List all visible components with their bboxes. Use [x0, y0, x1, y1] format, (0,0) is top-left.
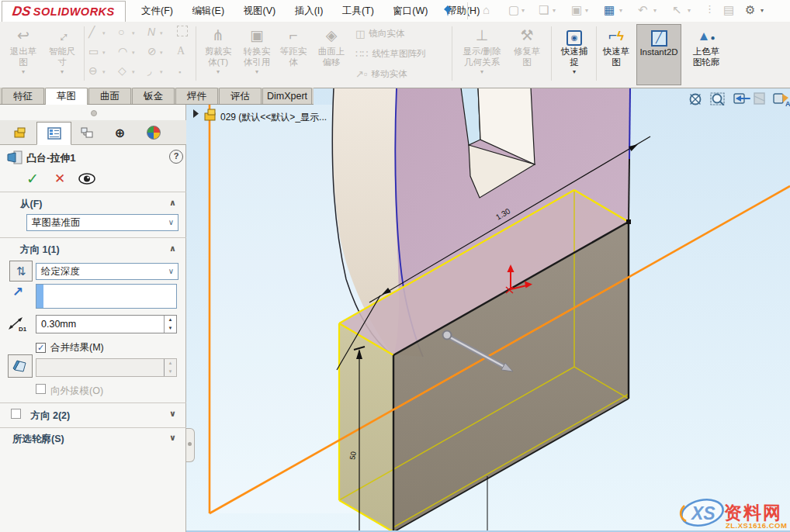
spinner-buttons[interactable]: ▲▼	[164, 316, 176, 333]
menu-window[interactable]: 窗口(W)	[385, 0, 435, 22]
repair-sketch-button[interactable]: ⚒ 修复草 图	[509, 24, 545, 85]
properties-button[interactable]: ▤	[723, 3, 734, 17]
toggle-pane-button[interactable]: ⋮	[705, 3, 715, 15]
home-button[interactable]: ⌂	[483, 3, 490, 16]
from-plane-select[interactable]: 草图基准面 ∨	[26, 214, 178, 231]
print-dropdown[interactable]: ▾	[619, 7, 622, 14]
rapid-sketch-button[interactable]: ⌐ϟ 快速草 图	[598, 24, 635, 85]
smart-dimension-button[interactable]: ↔ 智能尺 寸 ▾	[43, 24, 81, 85]
tab-features[interactable]: 特征	[2, 88, 44, 104]
dropdown-arrow-icon[interactable]: ▾	[217, 68, 220, 75]
slot-dropdown[interactable]: ▾	[102, 69, 106, 75]
depth-input[interactable]: 0.30mm ▲▼	[36, 315, 177, 333]
from-section-header[interactable]: 从(F)	[20, 198, 42, 211]
tab-evaluate[interactable]: 评估	[219, 88, 262, 104]
trim-entities-button[interactable]: ⋔ 剪裁实 体(T) ▾	[199, 24, 237, 85]
tab-sketch[interactable]: 草图	[45, 88, 88, 105]
spline-dropdown[interactable]: ▾	[160, 30, 163, 36]
undo-button[interactable]: ↶	[638, 3, 648, 17]
draft-button[interactable]	[8, 354, 33, 378]
slot-tool-icon[interactable]: ⊖	[88, 65, 98, 76]
direction2-checkbox[interactable]	[11, 409, 21, 419]
exit-sketch-button[interactable]: ↩ 退出草 图 ▾	[5, 24, 42, 85]
configurationmanager-tab[interactable]	[70, 122, 103, 143]
rectangle-dropdown[interactable]: ▾	[102, 50, 106, 56]
circle-dropdown[interactable]: ▾	[132, 30, 135, 36]
dimension-height-text[interactable]: 50	[348, 451, 358, 460]
menu-insert[interactable]: 插入(I)	[287, 0, 331, 22]
direction-reference-box[interactable]	[36, 284, 177, 309]
options-dropdown[interactable]: ▾	[761, 7, 764, 14]
open-file-dropdown[interactable]: ▾	[553, 7, 556, 14]
shaded-contours-button[interactable]: ▲● 上色草 图轮廓	[684, 24, 728, 85]
expand-chevron-icon[interactable]: ∨	[169, 433, 176, 443]
dropdown-arrow-icon[interactable]: ▾	[61, 68, 64, 75]
menu-tools[interactable]: 工具(T)	[334, 0, 382, 22]
direction1-section-header[interactable]: 方向 1(1)	[20, 244, 60, 257]
dropdown-arrow-icon[interactable]: ▾	[255, 68, 258, 75]
extrude-side-face[interactable]	[339, 323, 393, 532]
merge-checkbox[interactable]: ✓	[36, 343, 46, 353]
reverse-direction-button[interactable]: ⇅	[9, 261, 33, 282]
point-tool-icon[interactable]: ▪	[178, 67, 181, 78]
surface-offset-button[interactable]: ◈ 曲面上 偏移	[312, 24, 351, 85]
rectangle-tool-icon[interactable]: ▭	[88, 46, 99, 57]
linear-pattern-button[interactable]: ∷∷ 线性草图阵列	[355, 48, 426, 60]
tab-sheetmetal[interactable]: 钣金	[132, 88, 175, 104]
circle-tool-icon[interactable]: ○	[118, 26, 124, 37]
panel-splitter-handle[interactable]	[186, 428, 195, 462]
dimxpertmanager-tab[interactable]: ⊕	[103, 122, 137, 143]
tab-surfaces[interactable]: 曲面	[88, 88, 131, 104]
pin-menu-icon[interactable]	[442, 5, 453, 17]
new-file-dropdown[interactable]: ▾	[521, 7, 525, 14]
mirror-entities-button[interactable]: ◫ 镜向实体	[355, 28, 404, 40]
new-file-button[interactable]: ▢	[508, 3, 519, 17]
flyout-tree-label[interactable]: 029 (默认<<默认>_显示...	[220, 112, 327, 123]
fillet-tool-icon[interactable]: ◞	[147, 65, 151, 76]
collapse-chevron-icon[interactable]: ∧	[169, 198, 176, 208]
end-condition-select[interactable]: 给定深度 ∨	[36, 263, 178, 280]
undo-dropdown[interactable]: ▾	[653, 7, 657, 14]
display-relations-button[interactable]: ⊥ 显示/删除 几何关系 ▾	[456, 24, 508, 85]
spline-tool-icon[interactable]: N	[147, 26, 155, 37]
move-entities-button[interactable]: ↗▫ 移动实体	[355, 68, 407, 80]
sketch-picture-icon[interactable]	[177, 26, 188, 36]
displaymanager-tab[interactable]	[137, 122, 170, 143]
options-gear-button[interactable]: ⚙	[745, 3, 755, 17]
menu-edit[interactable]: 编辑(E)	[184, 0, 232, 22]
zoom-fit-button[interactable]	[691, 95, 701, 105]
direction2-section-header[interactable]: 方向 2(2)	[11, 408, 70, 423]
propertymanager-tab[interactable]	[36, 122, 71, 145]
ellipse-tool-icon[interactable]: ⊘	[147, 46, 157, 57]
collapse-chevron-icon[interactable]: ∧	[169, 244, 176, 254]
polygon-dropdown[interactable]: ▾	[132, 69, 135, 75]
quick-snaps-button[interactable]: ◉ 快速捕 捉 ▾	[554, 24, 594, 85]
line-dropdown[interactable]: ▾	[102, 30, 106, 36]
cancel-button[interactable]: ✕	[54, 171, 65, 187]
tab-dimxpert[interactable]: DimXpert	[262, 88, 312, 104]
ok-button[interactable]: ✓	[26, 170, 39, 188]
selected-contours-header[interactable]: 所选轮廓(S)	[12, 433, 64, 446]
tab-weldments[interactable]: 焊件	[175, 88, 218, 104]
dropdown-arrow-icon[interactable]: ▾	[22, 68, 25, 75]
select-dropdown[interactable]: ▾	[688, 7, 691, 14]
dropdown-arrow-icon[interactable]: ▾	[573, 68, 576, 75]
expand-chevron-icon[interactable]: ∨	[169, 409, 176, 419]
text-tool-icon[interactable]: A	[177, 46, 185, 57]
graphics-viewport[interactable]: 1.30 50 029 (默认<<默认>_显示...	[186, 88, 790, 532]
polygon-tool-icon[interactable]: ◇	[118, 65, 126, 76]
save-button[interactable]: ▣	[571, 3, 582, 17]
arc-tool-icon[interactable]: ◠	[118, 46, 127, 57]
open-file-button[interactable]: ❏	[539, 3, 549, 17]
panel-splitter-dot[interactable]	[91, 110, 97, 116]
print-button[interactable]: ▦	[604, 3, 615, 17]
arc-dropdown[interactable]: ▾	[132, 50, 135, 56]
help-button[interactable]: ?	[169, 150, 183, 164]
ellipse-dropdown[interactable]: ▾	[160, 50, 163, 56]
merge-result-row[interactable]: ✓合并结果(M)	[36, 340, 104, 354]
featuremanager-tab[interactable]	[3, 122, 36, 143]
section-view-button[interactable]	[754, 93, 764, 104]
preview-eye-button[interactable]	[78, 173, 96, 185]
offset-entities-button[interactable]: ⌐ 等距实 体	[275, 24, 312, 85]
convert-entities-button[interactable]: ▣ 转换实 体引用 ▾	[237, 24, 276, 85]
